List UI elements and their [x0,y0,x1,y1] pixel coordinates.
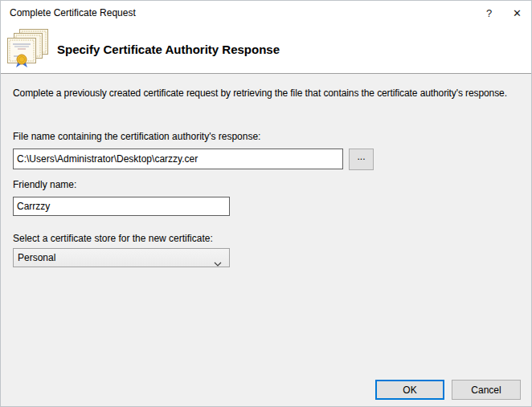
friendly-name-label: Friendly name: [13,179,76,190]
certificate-store-label: Select a certificate store for the new c… [13,233,213,244]
help-button[interactable]: ? [475,1,503,25]
ok-button[interactable]: OK [375,380,444,400]
friendly-name-input[interactable] [13,197,230,216]
certificate-store-selected-value: Personal [18,252,214,263]
window-title: Complete Certificate Request [10,7,475,18]
cancel-button[interactable]: Cancel [452,380,521,400]
close-icon: ✕ [513,7,522,19]
help-icon: ? [486,7,492,19]
dialog-header: Specify Certificate Authority Response [1,25,531,74]
file-name-input[interactable] [13,149,343,169]
file-name-label: File name containing the certification a… [13,131,260,142]
complete-certificate-request-dialog: Complete Certificate Request ? ✕ [0,0,532,407]
title-bar: Complete Certificate Request ? ✕ [1,1,531,25]
browse-button[interactable]: ... [349,149,374,170]
chevron-down-icon [214,255,222,260]
description-text: Complete a previously created certificat… [13,87,511,100]
close-button[interactable]: ✕ [503,1,531,25]
certificate-store-select[interactable]: Personal [13,248,230,267]
page-title: Specify Certificate Authority Response [57,43,280,56]
certificates-stack-icon [7,29,49,69]
